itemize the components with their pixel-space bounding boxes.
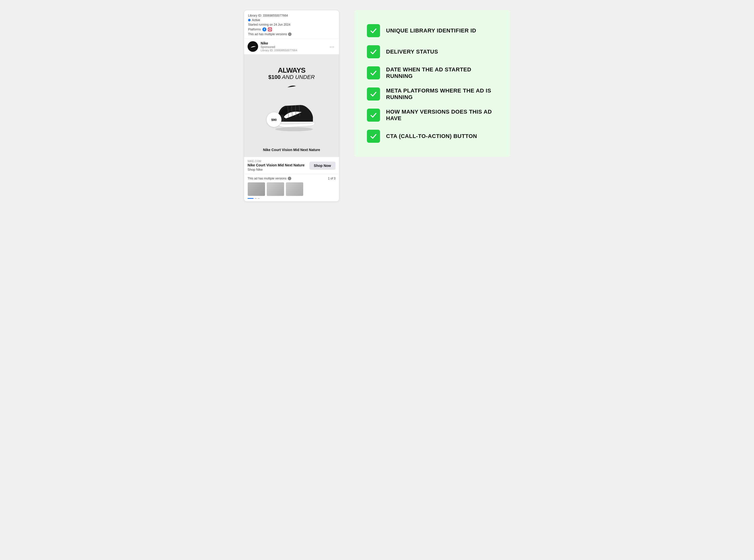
check-box-versions	[367, 108, 380, 122]
check-box-delivery-status	[367, 45, 380, 58]
ad-versions-strip: This ad has multiple versions i 1 of 3	[244, 174, 339, 201]
ad-product-name: Nike Court Vision Mid Next Nature	[248, 163, 309, 167]
advertiser-info: Nike Sponsored Library ID: 3306985500776…	[261, 41, 297, 52]
advertiser-sponsored: Sponsored	[261, 45, 297, 49]
checklist-label-cta: CTA (CALL-TO-ACTION) BUTTON	[386, 133, 477, 140]
version-thumb-2[interactable]	[267, 182, 284, 196]
ad-website: NIKE.COM	[248, 160, 309, 163]
ad-headline-sub: $100 AND UNDER	[268, 74, 315, 80]
pagination-dot-1	[248, 198, 253, 199]
pagination-dot-2	[254, 198, 257, 199]
checklist-label-library-id: UNIQUE LIBRARY IDENTIFIER ID	[386, 27, 476, 34]
versions-header: This ad has multiple versions i 1 of 3	[248, 177, 335, 180]
checklist-label-delivery-status: DELIVERY STATUS	[386, 48, 438, 55]
check-box-cta	[367, 130, 380, 143]
ad-advertiser: Nike Sponsored Library ID: 3306985500776…	[248, 41, 297, 52]
advertiser-lib-id: Library ID: 330698550077664	[261, 49, 297, 52]
price-badge: $90	[266, 112, 282, 127]
ad-card: Library ID: 330698550077664 Active Start…	[244, 10, 339, 202]
ad-product-title: Nike Court Vision Mid Next Nature	[244, 145, 339, 157]
versions-label: This ad has multiple versions i	[248, 177, 291, 180]
ad-started-date: Started running on 24 Jun 2024	[248, 23, 335, 26]
ad-meta-bar: Library ID: 330698550077664 Active Start…	[244, 10, 339, 39]
shoe-illustration: $90	[266, 92, 317, 132]
versions-info-icon: i	[288, 177, 291, 180]
checklist-label-start-date: DATE WHEN THE AD STARTED RUNNING	[386, 66, 497, 79]
check-box-library-id	[367, 24, 380, 37]
advertiser-logo	[248, 41, 258, 52]
ad-status-label: Active	[252, 18, 260, 22]
ad-cta-section: NIKE.COM Nike Court Vision Mid Next Natu…	[244, 157, 339, 174]
version-thumb-3[interactable]	[286, 182, 303, 196]
advertiser-name: Nike	[261, 41, 297, 45]
status-dot	[248, 19, 250, 21]
check-box-platforms	[367, 87, 380, 101]
nike-swoosh-small	[287, 83, 297, 90]
pagination-dots	[248, 198, 335, 199]
instagram-icon	[268, 27, 272, 32]
info-icon: i	[288, 33, 291, 36]
facebook-icon	[262, 27, 266, 32]
checklist-item-library-id: UNIQUE LIBRARY IDENTIFIER ID	[367, 20, 497, 41]
checklist-item-cta: CTA (CALL-TO-ACTION) BUTTON	[367, 126, 497, 147]
checklist-label-platforms: META PLATFORMS WHERE THE AD IS RUNNING	[386, 87, 497, 101]
ad-headline-main: ALWAYS	[268, 67, 315, 74]
versions-count: 1 of 3	[328, 177, 335, 180]
ad-cta-text-block: NIKE.COM Nike Court Vision Mid Next Natu…	[248, 160, 309, 172]
ad-image-area: ALWAYS $100 AND UNDER	[244, 54, 339, 145]
checklist-item-platforms: META PLATFORMS WHERE THE AD IS RUNNING	[367, 83, 497, 104]
ad-headline: ALWAYS $100 AND UNDER	[268, 67, 315, 80]
shop-now-button[interactable]: Shop Now	[309, 162, 335, 169]
pagination-dot-3	[258, 198, 260, 199]
ad-header: Nike Sponsored Library ID: 3306985500776…	[244, 39, 339, 54]
ad-cta-row: NIKE.COM Nike Court Vision Mid Next Natu…	[248, 160, 335, 172]
ad-status-row: Active	[248, 18, 335, 22]
versions-thumbnails	[248, 182, 335, 196]
platforms-label: Platforms	[248, 28, 261, 31]
svg-point-5	[275, 127, 313, 131]
version-thumb-1[interactable]	[248, 182, 265, 196]
ad-versions-note: This ad has multiple versions i	[248, 33, 335, 36]
ad-library-id: Library ID: 330698550077664	[248, 14, 335, 17]
ad-more-options-button[interactable]: ···	[328, 43, 335, 51]
checklist-label-versions: HOW MANY VERSIONS DOES THIS AD HAVE	[386, 108, 497, 122]
checklist-panel: UNIQUE LIBRARY IDENTIFIER ID DELIVERY ST…	[354, 10, 510, 157]
ad-tagline: Shop Nike	[248, 168, 309, 172]
checklist-item-delivery-status: DELIVERY STATUS	[367, 41, 497, 62]
check-box-start-date	[367, 66, 380, 79]
checklist-item-versions: HOW MANY VERSIONS DOES THIS AD HAVE	[367, 104, 497, 126]
platforms-row: Platforms	[248, 27, 335, 32]
checklist-item-start-date: DATE WHEN THE AD STARTED RUNNING	[367, 62, 497, 83]
